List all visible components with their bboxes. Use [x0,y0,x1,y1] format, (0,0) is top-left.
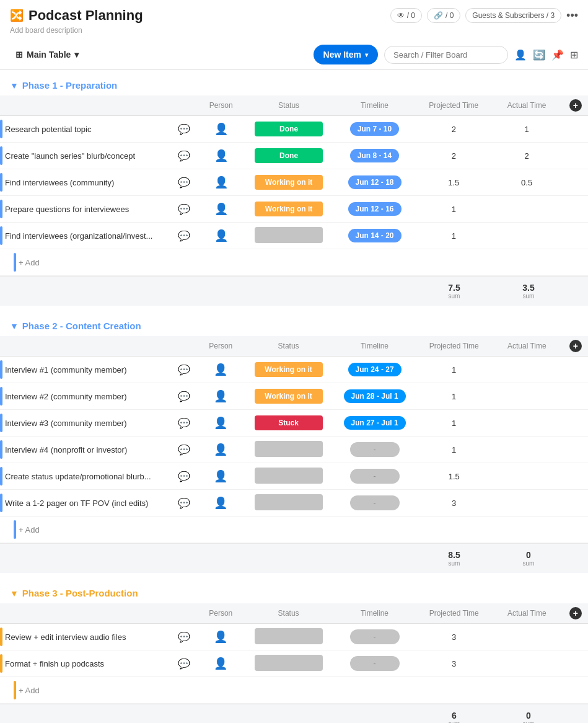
status-cell[interactable]: Working on it [245,196,332,223]
person-cell[interactable]: 👤 [196,357,245,383]
status-cell[interactable] [245,463,332,490]
person-avatar[interactable]: 👤 [214,123,228,135]
table-row[interactable]: Interview #4 (nonprofit or investor) 💬 👤… [0,437,588,463]
comment-icon[interactable]: 💬 [178,124,190,135]
status-cell[interactable]: Done [245,116,332,143]
guests-badge[interactable]: Guests & Subscribers / 3 [465,8,561,23]
person-cell[interactable]: 👤 [196,223,245,249]
status-cell[interactable]: Done [245,143,332,169]
comment-cell[interactable]: 💬 [172,116,196,143]
table-row[interactable]: Find interviewees (community) 💬 👤 Workin… [0,169,588,196]
pin-icon[interactable]: 📌 [551,49,564,61]
table-row[interactable]: Format + finish up podcasts 💬 👤 - 3 [0,650,588,677]
comment-icon[interactable]: 💬 [178,391,190,402]
table-row[interactable]: Write a 1-2 pager on TF POV (incl edits)… [0,490,588,517]
comment-icon[interactable]: 💬 [178,659,190,669]
table-row[interactable]: Prepare questions for interviewees 💬 👤 W… [0,196,588,223]
comment-cell[interactable]: 💬 [172,357,196,383]
table-row[interactable]: Interview #1 (community member) 💬 👤 Work… [0,357,588,383]
comment-cell[interactable]: 💬 [172,223,196,249]
status-cell[interactable]: Working on it [245,169,332,196]
add-item-cell[interactable]: + Add [0,249,588,276]
add-col-button-2[interactable]: + [569,340,582,352]
comment-cell[interactable]: 💬 [172,410,196,437]
person-avatar[interactable]: 👤 [214,390,227,402]
person-avatar[interactable]: 👤 [214,203,228,215]
comment-icon[interactable]: 💬 [178,231,190,241]
comment-cell[interactable]: 💬 [172,383,196,410]
activity-icon[interactable]: 🔄 [533,49,545,61]
person-avatar[interactable]: 👤 [214,149,228,162]
comment-cell[interactable]: 💬 [172,143,196,169]
add-col-button-1[interactable]: + [569,99,582,112]
comment-cell[interactable]: 💬 [172,196,196,223]
person-cell[interactable]: 👤 [196,650,245,677]
person-avatar[interactable]: 👤 [214,176,228,189]
comment-cell[interactable]: 💬 [172,169,196,196]
search-input[interactable] [384,46,508,64]
status-cell[interactable] [245,490,332,517]
table-row[interactable]: Interview #2 (community member) 💬 👤 Work… [0,383,588,410]
timeline-cell[interactable]: Jun 24 - 27 [331,357,417,383]
comment-cell[interactable]: 💬 [172,624,196,650]
person-cell[interactable]: 👤 [196,490,245,517]
comment-icon[interactable]: 💬 [178,632,190,642]
table-selector[interactable]: ⊞ Main Table ▾ [10,47,84,63]
timeline-cell[interactable]: - [331,490,417,517]
person-avatar[interactable]: 👤 [214,417,227,429]
table-row[interactable]: Interview #3 (community member) 💬 👤 Stuc… [0,410,588,437]
person-cell[interactable]: 👤 [196,143,245,169]
person-avatar[interactable]: 👤 [214,631,227,643]
comment-cell[interactable]: 💬 [172,463,196,490]
timeline-cell[interactable]: Jun 12 - 18 [332,169,417,196]
phase-toggle-3[interactable]: ▼ [10,588,19,598]
table-row[interactable]: Create "launch series" blurb/concept 💬 👤… [0,143,588,169]
status-cell[interactable] [245,223,332,249]
person-cell[interactable]: 👤 [196,437,245,463]
add-item-row[interactable]: + Add [0,677,588,704]
person-icon[interactable]: 👤 [514,49,527,61]
table-row[interactable]: Research potential topic 💬 👤 Done Jun 7 … [0,116,588,143]
filter-icon[interactable]: ⊞ [570,49,578,61]
more-button[interactable]: ••• [566,9,578,22]
new-item-button[interactable]: New Item ▾ [314,45,378,64]
status-cell[interactable] [245,624,332,650]
person-avatar[interactable]: 👤 [214,470,227,482]
board-description[interactable]: Add board description [0,26,588,40]
person-avatar[interactable]: 👤 [214,657,227,670]
person-avatar[interactable]: 👤 [214,229,228,242]
timeline-cell[interactable]: - [331,624,417,650]
timeline-cell[interactable]: - [331,463,417,490]
timeline-cell[interactable]: - [331,650,417,677]
table-row[interactable]: Find interviewees (organizational/invest… [0,223,588,249]
comment-icon[interactable]: 💬 [178,498,190,508]
add-item-row[interactable]: + Add [0,517,588,543]
add-item-cell[interactable]: + Add [0,517,588,543]
person-avatar[interactable]: 👤 [214,443,227,456]
comment-cell[interactable]: 💬 [172,490,196,517]
eye-badge[interactable]: 👁 / 0 [390,8,422,23]
comment-icon[interactable]: 💬 [178,418,190,428]
timeline-cell[interactable]: Jun 12 - 16 [332,196,417,223]
timeline-cell[interactable]: Jun 28 - Jul 1 [331,383,417,410]
link-badge[interactable]: 🔗 / 0 [427,8,460,23]
comment-icon[interactable]: 💬 [178,445,190,455]
person-cell[interactable]: 👤 [196,383,245,410]
add-item-row[interactable]: + Add [0,249,588,276]
status-cell[interactable]: Stuck [245,410,332,437]
person-cell[interactable]: 👤 [196,169,245,196]
comment-cell[interactable]: 💬 [172,650,196,677]
status-cell[interactable] [245,650,332,677]
person-cell[interactable]: 👤 [196,463,245,490]
timeline-cell[interactable]: Jun 27 - Jul 1 [331,410,417,437]
add-col-button-3[interactable]: + [569,607,582,619]
person-cell[interactable]: 👤 [196,410,245,437]
person-avatar[interactable]: 👤 [214,497,227,509]
table-row[interactable]: Create status update/promotional blurb..… [0,463,588,490]
comment-cell[interactable]: 💬 [172,437,196,463]
comment-icon[interactable]: 💬 [178,177,190,188]
timeline-cell[interactable]: - [331,437,417,463]
status-cell[interactable]: Working on it [245,383,332,410]
phase-toggle-1[interactable]: ▼ [10,81,19,91]
person-avatar[interactable]: 👤 [214,363,227,376]
